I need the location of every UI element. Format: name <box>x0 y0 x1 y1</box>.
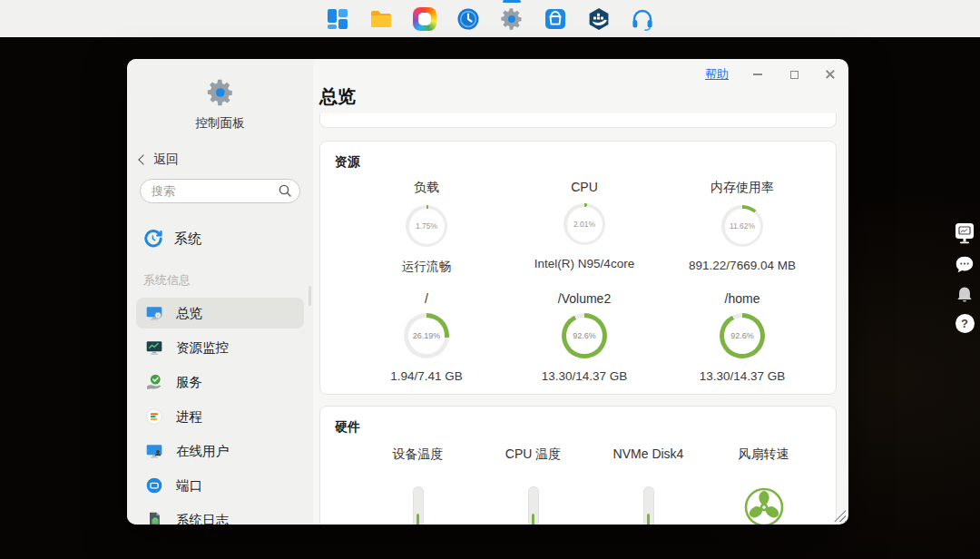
resources-panel-title: 资源 <box>335 154 821 171</box>
online-users-icon <box>145 442 163 460</box>
disk-gauges-row: / 26.19% 1.94/7.41 GB /Volume2 92.6% 13.… <box>335 291 821 383</box>
active-app-indicator <box>503 0 521 3</box>
hardware-panel-title: 硬件 <box>335 419 821 436</box>
sidebar-item-system[interactable]: 系统 <box>143 229 313 249</box>
home-volume-column: /home 92.6% 13.30/14.37 GB <box>663 291 821 383</box>
system-icon <box>143 229 163 249</box>
search-input[interactable] <box>140 179 300 203</box>
dock <box>0 0 980 37</box>
app-store-icon[interactable] <box>543 6 568 32</box>
sidebar-item-overview[interactable]: 总览 <box>136 298 304 329</box>
chevron-left-icon <box>138 154 148 164</box>
content-area: 总览 资源 负载 1.75% 运行流畅 CPU 2.01% Intel <box>313 59 848 525</box>
sidebar-item-online-users[interactable]: 在线用户 <box>136 436 304 466</box>
hardware-panel: 硬件 设备温度 CPU 温度 NVMe Disk4 风扇转速 <box>319 406 837 525</box>
sidebar-item-ports[interactable]: 端口 <box>136 470 304 501</box>
minimize-button[interactable] <box>750 67 765 82</box>
root-volume-gauge: 26.19% <box>404 313 449 358</box>
remote-display-button[interactable] <box>953 221 976 245</box>
search-box <box>140 179 300 203</box>
system-log-icon <box>145 511 163 525</box>
sidebar-item-system-log[interactable]: 系统日志 <box>136 505 304 525</box>
scrolled-panel-edge <box>319 113 837 128</box>
thermometer-icon <box>643 486 654 525</box>
hardware-icons-row <box>335 486 821 525</box>
page-title: 总览 <box>319 84 837 110</box>
control-panel-window: 帮助 控制面板 返回 系统 系统信息 <box>127 59 848 525</box>
help-button[interactable]: ? <box>956 314 975 333</box>
sidebar-item-resource-monitor[interactable]: 资源监控 <box>136 332 304 363</box>
cpu-gauge: 2.01% <box>564 203 605 245</box>
file-manager-icon[interactable] <box>368 6 394 32</box>
search-icon <box>278 183 292 198</box>
maximize-button[interactable] <box>787 67 801 82</box>
app-launcher-icon[interactable] <box>325 6 350 32</box>
resource-gauges-row: 负载 1.75% 运行流畅 CPU 2.01% Intel(R) N95/4co… <box>335 180 821 275</box>
control-panel-gear-icon <box>205 95 236 111</box>
photos-icon[interactable] <box>412 6 437 32</box>
chat-bubble-icon <box>954 254 975 276</box>
time-machine-icon[interactable] <box>456 6 481 32</box>
window-controls: 帮助 <box>705 64 838 84</box>
processes-icon <box>145 407 163 426</box>
volume2-column: /Volume2 92.6% 13.30/14.37 GB <box>505 291 663 383</box>
docker-icon[interactable] <box>586 6 612 32</box>
thermometer-icon <box>413 486 424 525</box>
root-volume-column: / 26.19% 1.94/7.41 GB <box>348 291 505 383</box>
load-gauge: 1.75% <box>406 205 447 247</box>
memory-gauge: 11.62% <box>721 205 763 247</box>
remote-display-icon <box>953 221 976 245</box>
resource-monitor-icon <box>145 338 163 357</box>
app-title: 控制面板 <box>127 115 313 132</box>
close-button[interactable] <box>823 67 838 82</box>
support-headset-icon[interactable] <box>630 6 655 32</box>
load-column: 负载 1.75% 运行流畅 <box>348 180 505 275</box>
resources-panel: 资源 负载 1.75% 运行流畅 CPU 2.01% Intel(R) N95/… <box>319 141 837 395</box>
overview-icon <box>145 304 163 322</box>
hardware-labels-row: 设备温度 CPU 温度 NVMe Disk4 风扇转速 <box>335 446 821 463</box>
memory-column: 内存使用率 11.62% 891.22/7669.04 MB <box>663 180 821 275</box>
ports-icon <box>145 476 163 495</box>
sidebar-item-processes[interactable]: 进程 <box>136 401 304 432</box>
desktop-side-toolbar: ? <box>953 221 976 333</box>
back-button[interactable]: 返回 <box>140 152 313 168</box>
cpu-column: CPU 2.01% Intel(R) N95/4core <box>505 180 663 275</box>
sidebar-item-services[interactable]: 服务 <box>136 367 304 397</box>
services-icon <box>145 373 163 391</box>
sidebar-section-title: 系统信息 <box>143 272 313 289</box>
sidebar: 控制面板 返回 系统 系统信息 总览 资源监控 <box>127 59 313 525</box>
sidebar-scrollbar-thumb[interactable] <box>309 286 311 306</box>
question-mark-icon: ? <box>956 314 975 333</box>
notifications-button[interactable] <box>955 285 975 305</box>
help-link[interactable]: 帮助 <box>705 66 729 83</box>
sidebar-list: 总览 资源监控 服务 进程 在线用户 端口 <box>127 298 313 525</box>
app-header: 控制面板 <box>127 59 313 132</box>
volume2-gauge: 92.6% <box>562 313 607 358</box>
home-volume-gauge: 92.6% <box>720 313 765 358</box>
bell-icon <box>955 285 975 305</box>
fan-icon <box>743 486 785 525</box>
control-panel-icon[interactable] <box>499 6 524 32</box>
thermometer-icon <box>528 486 539 525</box>
feedback-chat-button[interactable] <box>954 254 975 276</box>
